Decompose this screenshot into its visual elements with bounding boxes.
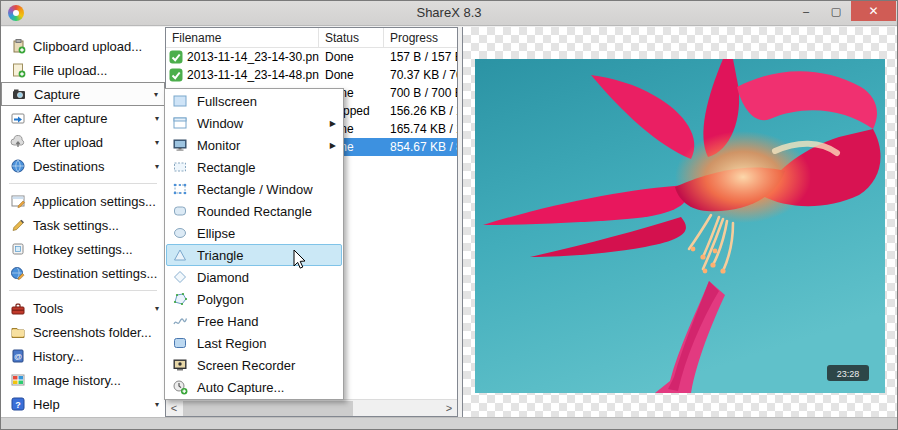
- sidebar-item-screenshots-folder[interactable]: Screenshots folder...: [1, 320, 165, 344]
- status-cell: Done: [319, 68, 384, 82]
- submenu-arrow-icon: ▶: [330, 141, 336, 150]
- sidebar-separator: [9, 290, 157, 291]
- column-header-progress[interactable]: Progress: [384, 28, 457, 47]
- rounded-rectangle-icon: [167, 203, 193, 219]
- sidebar-separator: [9, 183, 157, 184]
- menu-item-rectangle[interactable]: Rectangle: [166, 156, 342, 178]
- maximize-button[interactable]: ▢: [821, 1, 851, 21]
- sidebar-item-hotkey-settings[interactable]: Hotkey settings...: [1, 237, 165, 261]
- close-button[interactable]: ✕: [851, 1, 896, 21]
- menu-item-window[interactable]: Window ▶: [166, 112, 342, 134]
- rectangle-icon: [167, 159, 193, 175]
- minimize-button[interactable]: –: [791, 1, 821, 21]
- menu-item-diamond[interactable]: Diamond: [166, 266, 342, 288]
- menu-item-rectangle-window[interactable]: Rectangle / Window: [166, 178, 342, 200]
- column-header-status[interactable]: Status: [319, 28, 384, 47]
- sidebar-item-label: Task settings...: [33, 218, 119, 233]
- chevron-down-icon: ▾: [155, 138, 159, 147]
- menu-item-monitor[interactable]: Monitor ▶: [166, 134, 342, 156]
- filename-cell: 2013-11-14_23-14-30.png: [187, 50, 319, 64]
- application-settings-icon: [10, 193, 26, 209]
- status-done-icon: [169, 68, 183, 82]
- history-icon: @: [10, 348, 26, 364]
- capture-dropdown-menu: Fullscreen Window ▶ Monitor ▶ Rectangle …: [164, 88, 344, 400]
- flower-photo: 23:28: [475, 59, 885, 393]
- rectangle-window-icon: [167, 181, 193, 197]
- progress-cell: 854.67 KB / 854.67 KB: [384, 140, 457, 154]
- polygon-icon: [167, 291, 193, 307]
- svg-text:@: @: [14, 352, 22, 361]
- sidebar-item-label: Application settings...: [33, 194, 156, 209]
- svg-text:23:28: 23:28: [837, 369, 860, 379]
- sidebar: Clipboard upload... File upload... Captu…: [1, 27, 165, 417]
- table-row[interactable]: 2013-11-14_23-14-48.png Done 70.37 KB / …: [166, 66, 457, 84]
- scroll-right-icon[interactable]: >: [441, 401, 457, 416]
- filename-cell: 2013-11-14_23-14-48.png: [187, 68, 319, 82]
- sidebar-item-capture[interactable]: Capture ▾: [1, 82, 165, 106]
- after-capture-icon: [10, 110, 26, 126]
- sidebar-item-label: Clipboard upload...: [33, 39, 142, 54]
- diamond-icon: [167, 269, 193, 285]
- sidebar-item-clipboard-upload[interactable]: Clipboard upload...: [1, 34, 165, 58]
- image-history-icon: [10, 372, 26, 388]
- column-header-filename[interactable]: Filename: [166, 28, 319, 47]
- window-title: ShareX 8.3: [1, 5, 897, 20]
- mouse-cursor-icon: [293, 249, 311, 269]
- svg-text:?: ?: [15, 400, 21, 410]
- sidebar-item-label: History...: [33, 349, 83, 364]
- image-preview-panel: 23:28: [462, 27, 898, 417]
- progress-cell: 165.74 KB / 165.74 KB: [384, 122, 457, 136]
- sidebar-item-tools[interactable]: Tools ▾: [1, 296, 165, 320]
- last-region-icon: [167, 335, 193, 351]
- sidebar-item-label: Screenshots folder...: [33, 325, 152, 340]
- title-bar: ShareX 8.3 – ▢ ✕: [1, 1, 897, 26]
- scroll-left-icon[interactable]: <: [166, 401, 182, 416]
- sidebar-item-label: After capture: [33, 111, 107, 126]
- menu-item-fullscreen[interactable]: Fullscreen: [166, 90, 342, 112]
- sidebar-item-file-upload[interactable]: File upload...: [1, 58, 165, 82]
- screen-recorder-icon: [167, 357, 193, 373]
- menu-item-screen-recorder[interactable]: Screen Recorder: [166, 354, 342, 376]
- table-row[interactable]: 2013-11-14_23-14-30.png Done 157 B / 157…: [166, 48, 457, 66]
- ellipse-icon: [167, 225, 193, 241]
- sidebar-item-task-settings[interactable]: Task settings...: [1, 213, 165, 237]
- sidebar-item-destination-settings[interactable]: Destination settings...: [1, 261, 165, 285]
- scrollbar-thumb[interactable]: [183, 401, 353, 416]
- clipboard-upload-icon: [10, 38, 26, 54]
- help-icon: ?: [10, 396, 26, 412]
- sharex-window: ShareX 8.3 – ▢ ✕ Clipboard upload... Fil…: [0, 0, 898, 430]
- free-hand-icon: [167, 313, 193, 329]
- fullscreen-icon: [167, 93, 193, 109]
- chevron-down-icon: ▾: [155, 304, 159, 313]
- list-header: Filename Status Progress: [166, 28, 457, 48]
- sidebar-item-destinations[interactable]: Destinations ▾: [1, 154, 165, 178]
- destination-settings-icon: [10, 265, 26, 281]
- sidebar-item-after-capture[interactable]: After capture ▾: [1, 106, 165, 130]
- after-upload-icon: [10, 134, 26, 150]
- sidebar-item-image-history[interactable]: Image history...: [1, 368, 165, 392]
- chevron-down-icon: ▾: [155, 162, 159, 171]
- menu-item-ellipse[interactable]: Ellipse: [166, 222, 342, 244]
- chevron-down-icon: ▾: [155, 114, 159, 123]
- monitor-icon: [167, 137, 193, 153]
- sidebar-item-after-upload[interactable]: After upload ▾: [1, 130, 165, 154]
- sidebar-item-application-settings[interactable]: Application settings...: [1, 189, 165, 213]
- sidebar-item-label: Hotkey settings...: [33, 242, 133, 257]
- menu-item-rounded-rectangle[interactable]: Rounded Rectangle: [166, 200, 342, 222]
- sidebar-item-history[interactable]: @ History...: [1, 344, 165, 368]
- sidebar-item-label: Image history...: [33, 373, 121, 388]
- destinations-icon: [10, 158, 26, 174]
- horizontal-scrollbar[interactable]: < >: [166, 399, 457, 416]
- window-bottom-frame: [1, 417, 897, 429]
- progress-cell: 700 B / 700 B: [384, 86, 457, 100]
- menu-item-auto-capture[interactable]: Auto Capture...: [166, 376, 342, 398]
- sidebar-item-label: Destination settings...: [33, 266, 157, 281]
- capture-icon: [11, 86, 27, 102]
- menu-item-triangle[interactable]: Triangle: [166, 244, 342, 266]
- sidebar-item-label: File upload...: [33, 63, 107, 78]
- status-cell: Done: [319, 50, 384, 64]
- menu-item-free-hand[interactable]: Free Hand: [166, 310, 342, 332]
- menu-item-polygon[interactable]: Polygon: [166, 288, 342, 310]
- sidebar-item-help[interactable]: ? Help ▾: [1, 392, 165, 416]
- menu-item-last-region[interactable]: Last Region: [166, 332, 342, 354]
